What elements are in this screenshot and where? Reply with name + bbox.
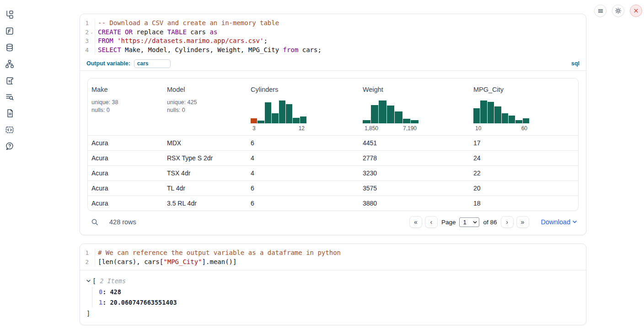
file-tree-icon[interactable] [5,10,14,19]
column-header-mpg_city[interactable]: MPG_City1060 [470,79,578,135]
column-header-weight[interactable]: Weight1,8507,190 [359,79,470,135]
output-list-item: 0: 428 [99,287,586,297]
column-stat: unique: 38 [91,99,160,106]
code-text: SELECT Make, Model, Cylinders, Weight, M… [95,46,322,55]
item-value: 20.060747663551403 [110,299,177,306]
histogram-min-label: 3 [252,125,256,132]
close-button[interactable] [630,5,642,17]
fold-chevron-icon[interactable]: ⌄ [89,28,95,37]
column-stat: nulls: 0 [91,106,160,114]
histogram-bar [488,102,494,123]
bracket-open: [ [92,276,96,285]
sidebar [0,0,19,333]
tree-entries: 0: 4281: 20.060747663551403 [92,287,586,307]
table-cell: TL 4dr [163,185,247,192]
table-cell: 24 [470,154,578,162]
table-cell: MDX [163,139,247,147]
line-number: 4 [80,46,89,55]
sql-cell: 1-- Download a CSV and create an in-memo… [80,14,586,235]
line-number: 2 [80,28,89,37]
histogram-bar [515,120,522,123]
table-cell: Acura [88,169,163,177]
close-icon [633,8,639,14]
line-number: 1 [80,19,89,28]
column-header-model[interactable]: Modelunique: 425nulls: 0 [163,79,247,135]
table-footer: 428 rows « ‹ Page 1 of 86 › » Download [87,211,579,235]
datasources-icon[interactable] [5,43,14,52]
table-cell: Acura [88,139,163,147]
dependency-graph-icon[interactable] [5,59,14,69]
item-value: 428 [110,288,121,296]
column-title: Model [167,85,243,94]
documentation-icon[interactable] [5,109,14,118]
histogram-min-label: 10 [475,125,481,132]
code-line: 1-- Download a CSV and create an in-memo… [80,19,586,28]
page-label: Page [441,219,456,226]
column-header-cylinders[interactable]: Cylinders312 [247,79,359,135]
table-cell: 20 [470,185,578,192]
column-histogram: 1060 [473,99,529,132]
row-count: 428 rows [109,218,136,226]
column-title: Make [91,85,160,94]
line-number: 2 [80,258,89,267]
histogram-bar [272,113,278,123]
code-text: -- Download a CSV and create an in-memor… [95,19,279,28]
chevron-down-icon [573,221,577,223]
logs-icon[interactable] [5,92,14,101]
histogram-max-label: 12 [299,125,305,132]
histogram-bar [279,100,285,123]
next-page-button[interactable]: › [501,216,514,228]
histogram-bar [251,118,257,123]
column-title: Cylinders [251,85,355,94]
hamburger-icon [597,8,604,14]
settings-button[interactable] [612,5,624,17]
prev-page-button[interactable]: ‹ [425,216,438,228]
help-icon[interactable] [5,142,14,151]
histogram-bar [293,118,299,123]
table-row[interactable]: AcuraTL 4dr6357520 [88,180,578,196]
table-cell: RSX Type S 2dr [163,154,247,162]
table-cell: 4451 [359,139,470,147]
sql-code-editor[interactable]: 1-- Download a CSV and create an in-memo… [80,14,586,55]
output-variable-row: Output variable: sql [80,57,586,71]
table-cell: 22 [470,169,578,177]
tree-collapse-toggle[interactable]: [ 2 Items [86,276,586,285]
table-row[interactable]: AcuraRSX Type S 2dr4277824 [88,150,578,165]
histogram-bar [494,106,501,123]
column-stat: unique: 425 [167,99,243,106]
fold-gutter [89,46,95,55]
histogram-bar [473,108,480,123]
fold-gutter [89,248,95,258]
column-header-make[interactable]: Makeunique: 38nulls: 0 [88,79,163,135]
first-page-button[interactable]: « [409,216,422,228]
gear-icon [615,7,622,14]
column-title: MPG_City [473,85,574,94]
page-select[interactable]: 1 [459,217,479,227]
code-line: 2⌄CREATE OR replace TABLE cars as [80,28,586,37]
bracket-close: ] [86,309,586,318]
table-row[interactable]: AcuraTSX 4dr4323022 [88,165,578,180]
language-badge: sql [571,60,580,67]
last-page-button[interactable]: » [516,216,529,228]
search-icon[interactable] [91,218,99,226]
table-cell: 4 [247,154,359,162]
functions-icon[interactable] [5,26,14,36]
code-line: 4SELECT Make, Model, Cylinders, Weight, … [80,46,586,55]
table-row[interactable]: AcuraMDX6445117 [88,135,578,150]
histogram-bar [480,100,487,123]
column-title: Weight [363,85,466,94]
output-tree: [ 2 Items 0: 4281: 20.060747663551403 ] [80,270,586,318]
table-row[interactable]: Acura3.5 RL 4dr6388018 [88,196,578,211]
histogram-bar [300,116,306,123]
menu-button[interactable] [594,5,606,17]
python-code-editor[interactable]: 1# We can reference the output variable … [80,244,586,266]
histogram-min-label: 1,850 [365,125,378,132]
item-index: 1 [99,299,102,306]
output-list-item: 1: 20.060747663551403 [99,297,586,308]
items-count-label: 2 Items [100,276,126,285]
snippets-icon[interactable] [5,125,14,134]
page-select-value: 1 [463,219,466,226]
download-button[interactable]: Download [541,218,577,226]
scratchpad-icon[interactable] [5,76,14,85]
output-variable-input[interactable] [134,59,171,68]
